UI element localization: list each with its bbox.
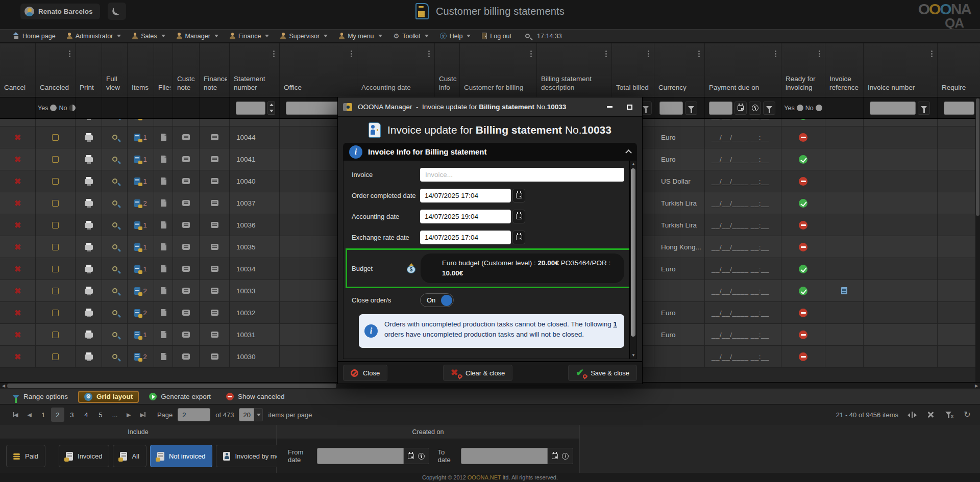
items-icon[interactable] bbox=[134, 243, 140, 251]
print-icon[interactable] bbox=[85, 289, 93, 294]
canceled-checkbox[interactable] bbox=[52, 288, 59, 294]
fit-columns-icon[interactable] bbox=[908, 411, 917, 419]
next-page-button[interactable]: ▶ bbox=[122, 410, 135, 420]
items-icon[interactable] bbox=[134, 134, 140, 141]
page-number-2[interactable]: 2 bbox=[51, 408, 64, 422]
clock-icon[interactable] bbox=[562, 453, 569, 460]
column-header-canceled[interactable]: Canceled bbox=[36, 43, 76, 97]
payment-due-filter-input[interactable] bbox=[709, 102, 732, 115]
print-icon[interactable] bbox=[85, 333, 93, 338]
column-header-custinfo[interactable]: Custc info bbox=[435, 43, 460, 97]
canceled-checkbox[interactable] bbox=[52, 222, 59, 229]
cancel-icon[interactable]: ✖ bbox=[14, 264, 21, 274]
full-view-icon[interactable] bbox=[112, 332, 117, 337]
collapse-chevron-icon[interactable] bbox=[625, 149, 632, 156]
cancel-icon[interactable]: ✖ bbox=[14, 242, 21, 252]
cancel-icon[interactable]: ✖ bbox=[14, 352, 21, 362]
prev-page-button[interactable]: ◀ bbox=[22, 410, 36, 420]
include-all-button[interactable]: All bbox=[113, 445, 146, 467]
full-view-icon[interactable] bbox=[112, 288, 117, 293]
finance-note-icon[interactable] bbox=[211, 244, 218, 250]
cancel-icon[interactable]: ✖ bbox=[14, 155, 21, 164]
column-menu-icon[interactable] bbox=[931, 50, 933, 52]
canceled-checkbox[interactable] bbox=[52, 244, 59, 250]
column-menu-icon[interactable] bbox=[698, 50, 700, 52]
canceled-checkbox[interactable] bbox=[52, 353, 59, 360]
items-per-page-select[interactable]: 20 bbox=[239, 408, 263, 421]
order-completed-date-input[interactable]: 14/07/2025 17:04 bbox=[420, 189, 511, 202]
clock-button[interactable] bbox=[749, 102, 761, 115]
first-page-button[interactable]: ◀ bbox=[8, 410, 22, 420]
customer-note-icon[interactable] bbox=[182, 156, 190, 162]
column-menu-icon[interactable] bbox=[351, 50, 352, 52]
column-header-require[interactable]: Require bbox=[938, 43, 980, 97]
items-icon[interactable] bbox=[134, 309, 140, 317]
column-menu-icon[interactable] bbox=[428, 50, 430, 52]
finance-note-icon[interactable] bbox=[211, 353, 218, 360]
menu-item-supervisor[interactable]: Supervisor bbox=[276, 30, 334, 42]
customer-note-icon[interactable] bbox=[182, 310, 190, 316]
items-icon[interactable] bbox=[134, 156, 140, 163]
step-up-icon[interactable] bbox=[270, 104, 274, 106]
menu-item-finance[interactable]: Finance bbox=[225, 30, 276, 42]
cancel-icon[interactable]: ✖ bbox=[14, 176, 21, 186]
calendar-icon[interactable] bbox=[552, 453, 558, 459]
toolbar-range-options[interactable]: Range options bbox=[7, 392, 73, 401]
files-icon[interactable] bbox=[161, 221, 166, 229]
print-icon[interactable] bbox=[85, 311, 93, 316]
customer-note-icon[interactable] bbox=[182, 222, 190, 228]
include-not-invoiced-button[interactable]: Not invoiced bbox=[150, 445, 213, 467]
calendar-icon[interactable] bbox=[512, 189, 525, 202]
dialog-scroll-thumb[interactable] bbox=[631, 168, 635, 337]
customer-note-icon[interactable] bbox=[182, 134, 190, 140]
menu-item-my-menu[interactable]: My menu bbox=[334, 30, 388, 42]
files-icon[interactable] bbox=[161, 309, 166, 316]
toolbar-generate-export[interactable]: Generate export bbox=[144, 392, 216, 401]
to-date-input[interactable] bbox=[461, 448, 548, 464]
currency-filter-input[interactable] bbox=[659, 102, 683, 115]
files-icon[interactable] bbox=[161, 199, 166, 207]
finance-note-icon[interactable] bbox=[211, 178, 218, 184]
column-header-files[interactable]: Files bbox=[154, 43, 173, 97]
toolbar-grid-layout[interactable]: ⚙Grid layout bbox=[78, 391, 139, 403]
files-icon[interactable] bbox=[161, 177, 166, 185]
print-icon[interactable] bbox=[85, 135, 93, 140]
clear-and-close-button[interactable]: ✖ Clear & close bbox=[443, 365, 512, 381]
files-icon[interactable] bbox=[161, 156, 166, 163]
menu-item-sales[interactable]: Sales bbox=[128, 30, 172, 42]
items-icon[interactable] bbox=[134, 119, 140, 119]
customer-note-icon[interactable] bbox=[182, 200, 190, 206]
filter-funnel-button[interactable] bbox=[763, 102, 775, 115]
column-header-currency[interactable]: Currency bbox=[654, 43, 705, 97]
calendar-icon[interactable] bbox=[512, 231, 525, 244]
clock-icon[interactable] bbox=[418, 453, 425, 460]
page-number-4[interactable]: 4 bbox=[80, 408, 93, 422]
column-header-billdesc[interactable]: Billing statement description bbox=[537, 43, 612, 97]
menu-item-manager[interactable]: Manager bbox=[172, 30, 225, 42]
clear-filters-icon[interactable]: x bbox=[944, 411, 953, 419]
customer-note-icon[interactable] bbox=[182, 244, 190, 250]
close-orders-toggle[interactable]: On bbox=[420, 293, 454, 307]
no-radio[interactable] bbox=[816, 105, 822, 111]
full-view-icon[interactable] bbox=[112, 310, 117, 315]
close-button[interactable]: Close bbox=[343, 365, 387, 381]
column-header-print[interactable]: Print bbox=[76, 43, 102, 97]
items-icon[interactable] bbox=[134, 353, 140, 361]
column-menu-icon[interactable] bbox=[605, 50, 607, 52]
full-view-icon[interactable] bbox=[112, 244, 117, 249]
files-icon[interactable] bbox=[161, 265, 166, 272]
menu-item-help[interactable]: ?Help bbox=[435, 30, 478, 42]
column-header-paymentdue[interactable]: Payment due on bbox=[705, 43, 781, 97]
accounting-date-input[interactable]: 14/07/2025 19:04 bbox=[420, 210, 511, 223]
column-header-acctdate[interactable]: Accounting date bbox=[357, 43, 435, 97]
column-header-invnum[interactable]: Invoice number bbox=[864, 43, 938, 97]
customer-note-icon[interactable] bbox=[182, 332, 190, 338]
menu-item-log-out[interactable]: Log out bbox=[477, 30, 518, 42]
canceled-checkbox[interactable] bbox=[52, 266, 59, 272]
menu-item-administrator[interactable]: Administrator bbox=[62, 30, 128, 42]
dialog-scrollbar[interactable]: ▲ ▼ bbox=[629, 161, 636, 359]
clear-sort-icon[interactable] bbox=[926, 411, 935, 419]
full-view-icon[interactable] bbox=[112, 266, 117, 271]
canceled-checkbox[interactable] bbox=[52, 178, 59, 185]
items-icon[interactable] bbox=[134, 265, 140, 273]
